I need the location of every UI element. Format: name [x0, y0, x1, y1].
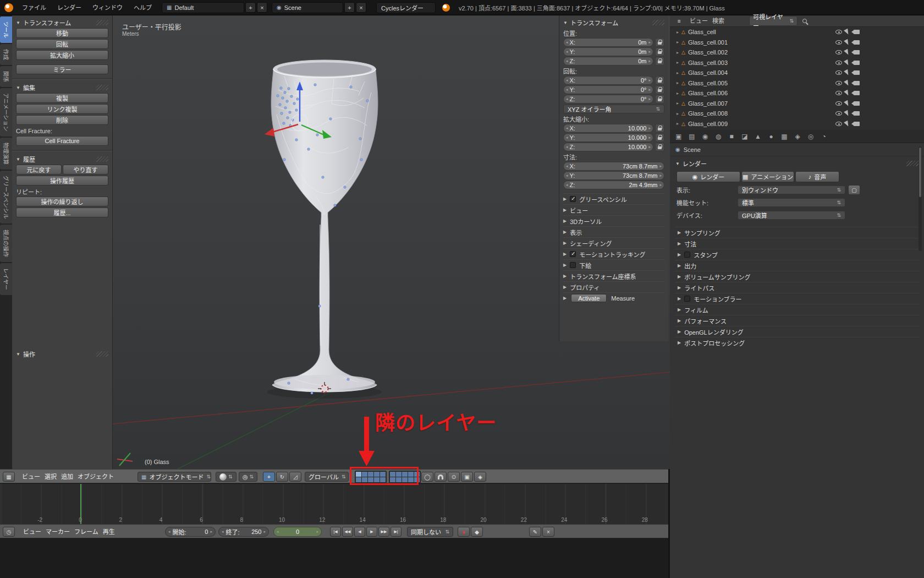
keying-set-button[interactable]: ◆ — [471, 527, 483, 537]
increment-icon[interactable]: ▸ — [210, 530, 212, 534]
repeat-last-button[interactable]: 操作の繰り返し — [16, 197, 108, 206]
manipulator-scale-button[interactable]: ◿ — [289, 472, 301, 482]
tool-shelf-tab[interactable]: 作成 — [0, 44, 12, 65]
viewport-menu-item[interactable]: オブジェクト — [75, 471, 116, 482]
visibility-eye-icon[interactable] — [835, 91, 842, 95]
render-audio-button[interactable]: ♪ 音声 — [795, 171, 839, 182]
editor-type-button[interactable]: ◷ — [3, 527, 15, 537]
decrement-icon[interactable]: ◂ — [566, 40, 568, 45]
expand-icon[interactable]: ▸ — [676, 101, 679, 106]
viewport-menu-item[interactable]: ビュー — [20, 471, 42, 482]
linked-duplicate-button[interactable]: リンク複製 — [16, 104, 108, 114]
decrement-icon[interactable]: ◂ — [566, 173, 568, 178]
outliner-menu-item[interactable]: ビュー — [688, 15, 710, 26]
auto-keyframe-record-button[interactable]: ● — [458, 527, 470, 537]
visibility-eye-icon[interactable] — [835, 50, 842, 54]
renderability-camera-icon[interactable] — [854, 101, 860, 106]
frame-start-field[interactable]: ◂ 開始: 0 ▸ — [165, 527, 216, 537]
play-button[interactable]: ▶ — [366, 527, 377, 537]
visibility-eye-icon[interactable] — [835, 81, 842, 85]
tool-shelf-tab[interactable]: アニメーション — [0, 88, 12, 137]
collapsed-panel-row[interactable]: ▶ グリースペンシル — [563, 193, 664, 204]
tool-shelf-tab[interactable]: 物理演算 — [0, 138, 12, 170]
timeline-menu-item[interactable]: フレーム — [72, 526, 101, 537]
properties-scrollbar[interactable] — [919, 146, 922, 251]
collapsed-panel-row[interactable]: ▶ 3Dカーソル — [563, 215, 664, 226]
collapsed-panel-row[interactable]: ▶ ポストプロセッシング — [674, 337, 920, 348]
decrement-icon[interactable]: ◂ — [566, 126, 568, 130]
renderability-camera-icon[interactable] — [854, 40, 860, 45]
panel-header-history[interactable]: ▼ 履歴 — [16, 154, 108, 164]
pivot-point-select[interactable]: ◎ ⇅ — [239, 472, 257, 482]
expand-icon[interactable]: ▸ — [676, 70, 679, 75]
location-x-field[interactable]: ◂X:0m▸ — [563, 38, 653, 47]
panel-checkbox[interactable] — [570, 251, 576, 257]
device-select[interactable]: GPU演算 ⇅ — [738, 211, 845, 220]
jump-to-start-button[interactable]: |◀ — [330, 527, 341, 537]
properties-tab-icon[interactable]: ◪ — [739, 131, 751, 142]
viewport-menu-item[interactable]: 選択 — [42, 471, 59, 482]
selectability-cursor-icon[interactable] — [844, 100, 850, 107]
redo-button[interactable]: やり直す — [63, 165, 108, 175]
selectability-cursor-icon[interactable] — [844, 49, 850, 56]
decrement-icon[interactable]: ◂ — [566, 135, 568, 140]
properties-tab-icon[interactable]: ▣ — [673, 131, 685, 142]
editor-type-button[interactable]: ▦ — [3, 472, 15, 482]
collapsed-panel-row[interactable]: ▶ プロパティ — [563, 281, 664, 292]
mode-select[interactable]: ▦ オブジェクトモード ⇅ — [138, 472, 211, 482]
outliner-item[interactable]: ▸ △ Glass_cell.001 — [670, 37, 924, 48]
properties-tab-icon[interactable]: ▲ — [752, 131, 764, 142]
lock-scale-x-button[interactable] — [655, 124, 664, 133]
location-z-field[interactable]: ◂Z:0m▸ — [563, 57, 653, 66]
render-image-button[interactable]: ◉ レンダー — [676, 171, 740, 182]
selectability-cursor-icon[interactable] — [844, 69, 850, 77]
dimensions-z-field[interactable]: ◂Z:2m 4.9mm▸ — [563, 181, 664, 189]
outliner-search-button[interactable] — [799, 16, 811, 26]
renderability-camera-icon[interactable] — [854, 91, 860, 95]
viewport-menu-item[interactable]: 追加 — [59, 471, 75, 482]
panel-header-transform[interactable]: ▼ トランスフォーム — [16, 18, 108, 28]
snap-magnet-button[interactable] — [435, 472, 447, 482]
increment-icon[interactable]: ▸ — [648, 145, 651, 149]
collapsed-panel-row[interactable]: ▶ フィルム — [674, 304, 920, 315]
increment-icon[interactable]: ▸ — [648, 40, 651, 45]
increment-icon[interactable]: ▸ — [648, 88, 651, 92]
snap-element-button[interactable]: ⊙ — [448, 472, 460, 482]
collapsed-panel-row[interactable]: ▶ サンプリング — [674, 227, 920, 238]
expand-icon[interactable]: ▸ — [676, 60, 679, 65]
selectability-cursor-icon[interactable] — [844, 120, 850, 127]
properties-tab-icon[interactable]: ▤ — [686, 131, 698, 142]
current-frame-field[interactable]: ◂ 0 ▸ — [273, 527, 322, 537]
undo-button[interactable]: 元に戻す — [16, 165, 62, 175]
tool-shelf-tab[interactable]: レイヤー — [0, 263, 12, 295]
properties-tab-icon[interactable]: ◈ — [791, 131, 804, 142]
display-mode-select[interactable]: 別ウィンドウ ⇅ — [738, 186, 845, 194]
scene-selector[interactable]: ◉ Scene — [272, 2, 343, 13]
render-engine-select[interactable]: Cyclesレンダー — [376, 2, 436, 13]
render-opengl-button[interactable]: ▣ — [461, 472, 473, 482]
decrement-icon[interactable]: ◂ — [566, 88, 568, 92]
visibility-eye-icon[interactable] — [835, 122, 842, 126]
expand-icon[interactable]: ▸ — [676, 50, 679, 55]
increment-icon[interactable]: ▸ — [263, 530, 266, 534]
increment-icon[interactable]: ▸ — [316, 530, 318, 534]
renderability-camera-icon[interactable] — [854, 61, 860, 65]
expand-icon[interactable]: ▸ — [676, 30, 679, 35]
decrement-icon[interactable]: ◂ — [566, 78, 568, 83]
decrement-icon[interactable]: ◂ — [277, 530, 279, 534]
selectability-cursor-icon[interactable] — [844, 79, 850, 86]
collapsed-panel-row[interactable]: ▶ パフォーマンス — [674, 315, 920, 326]
new-window-button[interactable]: ▢ — [848, 185, 860, 195]
decrement-icon[interactable]: ◂ — [566, 183, 568, 187]
expand-icon[interactable]: ▸ — [676, 40, 679, 45]
renderability-camera-icon[interactable] — [854, 122, 860, 126]
scale-button[interactable]: 拡大縮小 — [16, 50, 108, 60]
panel-header-render[interactable]: ▼ レンダー — [675, 159, 919, 168]
menu-item[interactable]: ファイル — [16, 1, 52, 15]
collapsed-panel-row[interactable]: ▶ トランスフォーム座標系 — [563, 270, 664, 281]
display-filter-select[interactable]: 可視レイヤー ⇅ — [749, 16, 798, 26]
panel-checkbox[interactable] — [684, 252, 690, 258]
increment-icon[interactable]: ▸ — [659, 164, 662, 168]
delete-keyframe-button[interactable]: × — [542, 527, 554, 537]
viewport-shading-select[interactable]: ⇅ — [216, 472, 237, 482]
